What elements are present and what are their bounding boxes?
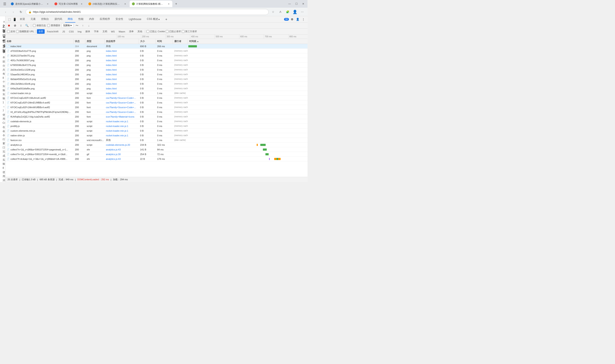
col-header-type[interactable]: 类型 bbox=[85, 39, 105, 44]
col-header-priority[interactable]: 履行者 bbox=[173, 39, 188, 44]
profile-icon[interactable]: 👤 bbox=[292, 9, 298, 15]
table-row[interactable]: 📄 6b0ab4595d1e01c6.png 200 png index.htm… bbox=[5, 77, 308, 81]
cell-initiator[interactable]: rocket-loader.min.js:1 bbox=[105, 119, 139, 124]
table-row[interactable]: 📄 codelab-elements.js 200 script rocket-… bbox=[5, 119, 308, 124]
record-button[interactable]: ⏺ bbox=[7, 23, 11, 28]
speed-selector[interactable]: 无限制 ▾ bbox=[62, 23, 73, 28]
settings-icon-right[interactable]: ⚙ bbox=[307, 23, 308, 28]
filter-manifest[interactable]: 清单 bbox=[127, 29, 135, 34]
cell-initiator[interactable]: index.html bbox=[105, 49, 139, 53]
tab-4[interactable]: 🟢 计算机网络实验教程-棋教学网 ✕ bbox=[130, 1, 172, 7]
cell-initiator[interactable]: css?family=Source+Code+... bbox=[105, 100, 139, 105]
back-nav-button[interactable]: ‹ bbox=[2, 9, 9, 15]
table-row[interactable]: 📄 KFOmCnqEu92Fr1Mu4mxK.woff2 200 font cs… bbox=[5, 96, 308, 100]
tab-network[interactable]: 网络 bbox=[65, 16, 75, 23]
devtools-profile-icon[interactable]: 👤 bbox=[295, 17, 300, 22]
tab-memory[interactable]: 内存 bbox=[86, 16, 97, 23]
cell-initiator[interactable]: index.html bbox=[105, 77, 139, 81]
cell-initiator[interactable]: analytics.js:43 bbox=[105, 147, 139, 152]
col-header-initiator[interactable]: 发起程序 bbox=[105, 39, 139, 44]
table-row[interactable]: 📄 b7905598c0b4727b.png 200 png index.htm… bbox=[5, 63, 308, 67]
cell-initiator[interactable]: index.html bbox=[105, 67, 139, 72]
table-row[interactable]: 📄 36281337be0fcf75.png 200 png index.htm… bbox=[5, 53, 308, 58]
filter-font[interactable]: 字体 bbox=[93, 29, 100, 34]
table-row[interactable]: 📄 28b13e58b1c50cf6.png 200 png index.htm… bbox=[5, 81, 308, 86]
table-row[interactable]: 📄 collect?v=1&_v=j98&a=5991071054=pagevi… bbox=[5, 147, 308, 152]
table-row[interactable]: 📄 custom-elements.min.js 200 script rock… bbox=[5, 129, 308, 133]
forward-nav-button[interactable]: › bbox=[10, 9, 16, 15]
cell-initiator[interactable]: analytics.js:43 bbox=[105, 156, 139, 161]
tab-2[interactable]: 🔴 写文章-CSDN博客 ✕ bbox=[52, 1, 85, 7]
cell-initiator[interactable]: analytics.js:30 bbox=[105, 152, 139, 156]
upload-icon[interactable]: ↑ bbox=[80, 23, 85, 28]
table-row[interactable]: 📄 collect?t=dc&aip=1&_r=3&v=1&_v=j98&tid… bbox=[5, 156, 308, 161]
cell-initiator[interactable]: index.html bbox=[105, 72, 139, 77]
tab-close-2[interactable]: ✕ bbox=[80, 2, 83, 5]
filter-wasm[interactable]: Wasm bbox=[117, 30, 127, 34]
filter-ws[interactable]: WS bbox=[109, 30, 116, 34]
table-row[interactable]: 📄 d703203be531d775.png 200 png index.htm… bbox=[5, 49, 308, 53]
tab-close-3[interactable]: ✕ bbox=[124, 2, 127, 5]
tab-3[interactable]: 🟠 (4条消息) 计算机网络实验_black... ✕ bbox=[86, 1, 129, 7]
disable-cache-checkbox[interactable]: 禁用缓存 bbox=[47, 24, 60, 27]
filter-fetch-xhr[interactable]: Fetch/XHR bbox=[45, 30, 60, 34]
search-button[interactable]: 🔍 bbox=[25, 23, 29, 28]
url-bar[interactable]: 🔒 https://qige.io/network/netlab/index.h… bbox=[26, 9, 269, 15]
download-icon[interactable]: ↓ bbox=[86, 23, 91, 28]
filter-js[interactable]: JS bbox=[61, 30, 67, 34]
blocked-requests-checkbox[interactable]: 已阻止请求 bbox=[166, 30, 181, 33]
tab-close-1[interactable]: ✕ bbox=[46, 2, 49, 5]
new-tab-button[interactable]: + bbox=[173, 1, 179, 7]
table-row[interactable]: 📄 favicon.ico 200 vnd.microsoft.i... 其他 … bbox=[5, 138, 308, 143]
reload-button[interactable]: ↻ bbox=[18, 9, 24, 15]
invert-checkbox[interactable]: 反转 bbox=[7, 30, 15, 33]
tab-1[interactable]: 🔵 遗传算法java以求解最小值-百度... ✕ bbox=[9, 1, 51, 7]
cell-initiator[interactable]: css?family=Source+Code+... bbox=[105, 105, 139, 110]
table-row[interactable]: 📄 40f1c7fc90639597.png 200 png index.htm… bbox=[5, 58, 308, 63]
minimize-button[interactable]: — bbox=[287, 1, 292, 6]
hide-data-url-checkbox[interactable]: 隐藏数据 URL bbox=[16, 30, 34, 33]
tab-application[interactable]: 应用程序 bbox=[97, 16, 113, 23]
devtools-device-icon[interactable]: 📱 bbox=[12, 17, 17, 22]
cell-initiator[interactable]: rocket-loader.min.js:1 bbox=[105, 129, 139, 133]
cell-initiator[interactable]: codelab-elements.js:20 bbox=[105, 143, 139, 147]
tab-welcome[interactable]: 欢迎 bbox=[17, 16, 27, 23]
close-button[interactable]: ✕ bbox=[301, 1, 306, 6]
tab-close-4[interactable]: ✕ bbox=[167, 2, 170, 5]
table-row[interactable]: 📄 analytics.js 200 script codelab-elemen… bbox=[5, 143, 308, 147]
extensions-icon[interactable]: 🧩 bbox=[285, 9, 290, 15]
cell-initiator[interactable]: css?family=Source+Code+... bbox=[105, 96, 139, 100]
table-row[interactable]: 📄 2d19ce3e61c1328f.png 200 png index.htm… bbox=[5, 67, 308, 72]
table-row[interactable]: 📄 KFOlCnqEu92Fr1MmEU9fBBc4.woff2 200 fon… bbox=[5, 100, 308, 105]
col-header-size[interactable]: 大小 bbox=[139, 39, 156, 44]
table-row[interactable]: 📄 collect?v=1&_v=j98&a=5991071054=event&… bbox=[5, 152, 308, 156]
maximize-button[interactable]: ☐ bbox=[294, 1, 299, 6]
add-tab-button[interactable]: + bbox=[164, 17, 169, 22]
table-row[interactable]: 📄 649a26a691bfaf8e.png 200 png index.htm… bbox=[5, 86, 308, 91]
more-options-icon[interactable]: ⋯ bbox=[299, 9, 305, 15]
third-party-checkbox[interactable]: 第三方请求 bbox=[182, 30, 197, 33]
devtools-settings-icon[interactable]: ⚙ bbox=[290, 17, 294, 22]
menu-icon[interactable]: ☰ bbox=[2, 1, 8, 7]
col-header-time[interactable]: 时间 bbox=[156, 39, 173, 44]
cell-initiator[interactable]: index.html bbox=[105, 91, 139, 96]
cell-initiator[interactable]: rocket-loader.min.js:1 bbox=[105, 133, 139, 138]
clear-button[interactable]: ⊘ bbox=[13, 23, 17, 28]
translate-icon[interactable]: A bbox=[278, 9, 283, 15]
filter-img[interactable]: Img bbox=[76, 30, 83, 34]
preserve-log-checkbox[interactable]: 保留日志 bbox=[33, 24, 46, 27]
tab-performance[interactable]: 性能 bbox=[76, 16, 86, 23]
table-row[interactable]: 📄 prettify.js 200 script rocket-loader.m… bbox=[5, 124, 308, 129]
filter-doc[interactable]: 文档 bbox=[101, 29, 109, 34]
network-conditions-icon[interactable]: 〜 bbox=[75, 23, 79, 28]
tab-lighthouse[interactable]: Lighthouse bbox=[126, 16, 144, 23]
col-header-waterfall[interactable]: 时间线 ▲ bbox=[188, 39, 308, 44]
devtools-more-icon[interactable]: ⋮ bbox=[301, 17, 306, 22]
col-header-status[interactable]: 状态 bbox=[74, 39, 85, 44]
table-row[interactable]: 📄 KFOlCnqEu92Fr1MmWUlfBBc4.woff2 200 fon… bbox=[5, 105, 308, 110]
cell-initiator[interactable]: index.html bbox=[105, 53, 139, 58]
tab-console[interactable]: 控制台 bbox=[39, 16, 52, 23]
cell-initiator[interactable]: icon?family=Material+Icons bbox=[105, 114, 139, 119]
table-row[interactable]: 📄 index.html 304 document 其他 690 B 266 m… bbox=[5, 44, 308, 49]
filter-css[interactable]: CSS bbox=[67, 30, 75, 34]
